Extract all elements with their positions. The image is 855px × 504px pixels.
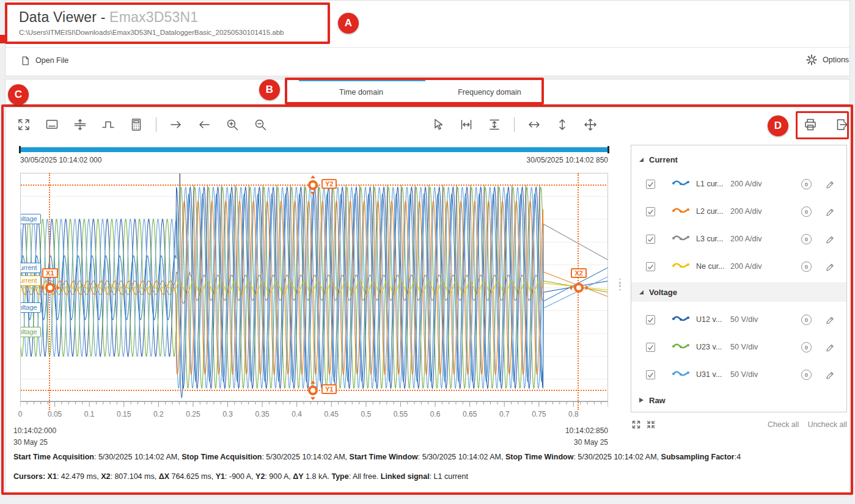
pan-horizontal-icon[interactable]	[526, 116, 543, 133]
signal-row-u31-voltage[interactable]: U31 v... 50 V/div 0	[631, 364, 846, 385]
cursor-x1-handle[interactable]	[45, 283, 55, 293]
range-timestamps: 30/05/2025 10:14:02 000 30/05/2025 10:14…	[20, 156, 608, 164]
group-header-current[interactable]: Current	[631, 150, 846, 169]
group-header-voltage[interactable]: Voltage	[631, 282, 846, 302]
signal-row-l3-current[interactable]: L3 cur... 200 A/div 0	[631, 228, 846, 249]
pointer-icon[interactable]	[430, 116, 447, 133]
chart-toolbar-middle	[430, 116, 599, 133]
checkbox-checked[interactable]	[646, 235, 655, 244]
cursor-y2-handle[interactable]	[308, 180, 318, 190]
wave-icon	[672, 341, 691, 352]
edit-pencil-icon[interactable]	[824, 314, 835, 325]
print-icon[interactable]	[802, 116, 819, 133]
step-right-icon[interactable]	[167, 116, 185, 133]
signal-axis-tag[interactable]: Current	[20, 276, 41, 286]
collapse-all-icon[interactable]	[645, 419, 656, 430]
window-end-stamp: 10:14:02:85030 May 25	[535, 425, 608, 448]
signal-scale: 50 V/div	[730, 315, 774, 324]
pan-free-icon[interactable]	[582, 116, 599, 133]
edit-pencil-icon[interactable]	[824, 261, 835, 272]
time-range-slider[interactable]	[20, 147, 608, 152]
panel-splitter[interactable]: ⋮⋮	[615, 280, 625, 288]
cursor-y1-label: Y1	[321, 384, 337, 394]
signal-axis-tag[interactable]: Voltage	[20, 327, 41, 337]
signal-axis-tag[interactable]: Voltage	[20, 302, 41, 313]
signal-scale: 50 V/div	[730, 370, 774, 379]
signal-row-u23-voltage[interactable]: U23 v... 50 V/div 0	[631, 337, 846, 357]
x-tick-label: 0.45	[325, 410, 339, 418]
wave-icon	[672, 314, 691, 325]
signal-axis-tag[interactable]: Voltage	[20, 214, 41, 224]
x-tick-label: 0.1	[84, 410, 95, 418]
checkbox-checked[interactable]	[646, 315, 655, 324]
tab-time-domain[interactable]: Time domain	[297, 79, 425, 104]
cursor-x1-label: X1	[42, 268, 57, 278]
waveform-plot[interactable]: VoltageCurrentCurrentVoltageVoltage Y2 Y…	[20, 173, 608, 401]
checkbox-checked[interactable]	[646, 262, 655, 271]
signal-label: L1 cur...	[696, 180, 730, 188]
zero-offset-button[interactable]: 0	[801, 370, 812, 380]
step-left-icon[interactable]	[196, 116, 213, 133]
open-file-button[interactable]: Open File	[19, 54, 68, 67]
options-button[interactable]: Options	[805, 53, 849, 67]
signal-label: L3 cur...	[696, 235, 730, 243]
zero-offset-button[interactable]: 0	[801, 315, 812, 325]
tab-frequency-domain[interactable]: Frequency domain	[425, 79, 554, 104]
edit-pencil-icon[interactable]	[824, 178, 835, 189]
app-window: Data Viewer - Emax3D53N1 C:\Users\ITMEIS…	[0, 0, 855, 504]
zero-offset-button[interactable]: 0	[801, 261, 812, 272]
edit-pencil-icon[interactable]	[824, 341, 835, 352]
x-cursors-icon[interactable]	[458, 116, 475, 133]
square-wave-icon[interactable]	[100, 116, 117, 133]
fit-screen-icon[interactable]	[15, 116, 32, 133]
group-header-raw[interactable]: Raw	[631, 391, 846, 409]
cursors-status-line: Cursors: X1: 42.479 ms, X2: 807.104 ms, …	[13, 472, 468, 481]
signal-label: L2 cur...	[696, 207, 730, 216]
signal-scale: 200 A/div	[730, 207, 774, 216]
wave-icon	[672, 233, 691, 244]
signal-row-u12-voltage[interactable]: U12 v... 50 V/div 0	[631, 309, 846, 330]
signal-label: U12 v...	[696, 315, 730, 324]
zoom-in-icon[interactable]	[224, 116, 241, 133]
edit-pencil-icon[interactable]	[824, 233, 835, 244]
checkbox-checked[interactable]	[646, 207, 655, 216]
calculator-icon[interactable]	[128, 116, 145, 133]
active-tab-indicator	[299, 79, 425, 81]
fit-vertical-icon[interactable]	[72, 116, 89, 133]
toolbar-separator	[514, 117, 515, 132]
edit-pencil-icon[interactable]	[824, 206, 835, 217]
check-all-link[interactable]: Check all	[768, 420, 799, 429]
expand-all-icon[interactable]	[631, 419, 642, 430]
x-tick-label: 0.3	[222, 410, 233, 418]
checkbox-checked[interactable]	[646, 343, 655, 352]
export-icon[interactable]	[834, 116, 851, 133]
zero-offset-button[interactable]: 0	[801, 342, 812, 352]
signal-axis-tag[interactable]: Current	[20, 263, 41, 273]
zero-offset-button[interactable]: 0	[801, 234, 812, 244]
header-divider	[6, 47, 849, 48]
options-label: Options	[823, 56, 849, 64]
signal-panel: Current L1 cur... 200 A/div 0 L2 cur... …	[631, 145, 847, 412]
signal-row-ne-current[interactable]: Ne cur... 200 A/div 0	[631, 256, 846, 277]
x-tick-label: 0.8	[568, 410, 579, 418]
pan-vertical-icon[interactable]	[554, 116, 571, 133]
x-tick-label: 0	[18, 410, 23, 418]
uncheck-all-link[interactable]: Uncheck all	[807, 420, 847, 429]
zoom-out-icon[interactable]	[252, 116, 269, 133]
panel-footer: Check all Uncheck all	[631, 419, 847, 430]
zero-offset-button[interactable]: 0	[801, 206, 812, 217]
x-axis-ticks	[20, 401, 608, 410]
signal-scale: 200 A/div	[730, 180, 774, 188]
monitor-icon[interactable]	[43, 116, 61, 133]
x-tick-label: 0.7	[499, 410, 510, 418]
range-end-time: 30/05/2025 10:14:02 850	[527, 156, 608, 164]
edit-pencil-icon[interactable]	[824, 369, 835, 380]
checkbox-checked[interactable]	[646, 370, 655, 379]
checkbox-checked[interactable]	[646, 180, 655, 189]
signal-row-l1-current[interactable]: L1 cur... 200 A/div 0	[631, 173, 846, 194]
collapsed-triangle-icon	[639, 398, 644, 403]
signal-row-l2-current[interactable]: L2 cur... 200 A/div 0	[631, 201, 846, 222]
zero-offset-button[interactable]: 0	[801, 179, 812, 189]
signal-scale: 200 A/div	[730, 235, 774, 243]
y-cursors-icon[interactable]	[486, 116, 503, 133]
